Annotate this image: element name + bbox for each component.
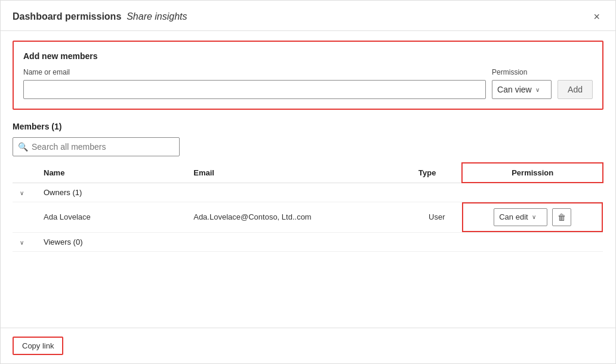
- dialog-footer: Copy link: [1, 328, 615, 363]
- permission-dropdown[interactable]: Can view ∨: [492, 80, 552, 99]
- col-name-header: Name: [36, 163, 186, 183]
- chevron-down-icon: ∨: [532, 214, 536, 220]
- table-row: Ada Lovelace Ada.Lovelace@Contoso, Ltd..…: [13, 202, 603, 232]
- dialog-body: Add new members Name or email Permission…: [1, 31, 615, 328]
- permission-edit-value: Can edit: [499, 212, 528, 221]
- member-permission-cell: Can edit ∨ 🗑: [462, 202, 603, 232]
- name-email-input[interactable]: [23, 80, 486, 99]
- dialog-title: Dashboard permissions Share insights: [13, 11, 187, 22]
- group-row-owners: ∨ Owners (1): [13, 183, 603, 202]
- close-button[interactable]: ×: [590, 10, 603, 23]
- col-expand: [13, 163, 36, 183]
- permission-label: Permission: [492, 68, 552, 76]
- dialog-subtitle: Share insights: [127, 11, 187, 21]
- col-type-header: Type: [411, 163, 462, 183]
- search-box[interactable]: 🔍: [13, 137, 180, 156]
- group-permission-viewers: [462, 232, 603, 251]
- expand-cell-owners[interactable]: ∨: [13, 183, 36, 202]
- add-button[interactable]: Add: [558, 80, 593, 99]
- group-permission-owners: [462, 183, 603, 202]
- copy-link-button[interactable]: Copy link: [13, 337, 63, 355]
- col-email-header: Email: [186, 163, 411, 183]
- permission-field-group: Permission Can view ∨: [492, 68, 552, 99]
- permission-edit-dropdown[interactable]: Can edit ∨: [494, 208, 547, 226]
- name-email-label: Name or email: [23, 68, 486, 76]
- search-icon: 🔍: [18, 142, 28, 152]
- group-label-viewers: Viewers (0): [36, 232, 462, 251]
- members-section: Members (1) 🔍 Name Email Type Permission: [13, 122, 603, 252]
- col-permission-header: Permission: [462, 163, 603, 183]
- add-members-title: Add new members: [23, 51, 593, 61]
- expand-icon-viewers: ∨: [20, 239, 24, 246]
- search-input[interactable]: [32, 142, 174, 152]
- members-title: Members (1): [13, 122, 603, 131]
- dialog-header: Dashboard permissions Share insights ×: [1, 1, 615, 31]
- permission-value: Can view: [497, 85, 532, 94]
- permission-cell: Can edit ∨ 🗑: [462, 202, 603, 232]
- member-name: Ada Lovelace: [36, 202, 186, 232]
- trash-icon: 🗑: [558, 212, 566, 222]
- group-row-viewers: ∨ Viewers (0): [13, 232, 603, 251]
- table-header-row: Name Email Type Permission: [13, 163, 603, 183]
- add-members-row: Name or email Permission Can view ∨ Add: [23, 68, 593, 99]
- member-type: User: [411, 202, 462, 232]
- dialog-title-text: Dashboard permissions: [13, 11, 121, 21]
- member-email: Ada.Lovelace@Contoso, Ltd..com: [186, 202, 411, 232]
- dialog: Dashboard permissions Share insights × A…: [0, 0, 616, 364]
- expand-cell-viewers[interactable]: ∨: [13, 232, 36, 251]
- expand-icon-owners: ∨: [20, 190, 24, 196]
- add-members-section: Add new members Name or email Permission…: [13, 41, 603, 110]
- group-label-owners: Owners (1): [36, 183, 462, 202]
- chevron-down-icon: ∨: [535, 87, 540, 93]
- member-indent: [13, 202, 36, 232]
- delete-member-button[interactable]: 🗑: [552, 208, 571, 226]
- members-table: Name Email Type Permission ∨ Owners (1): [13, 162, 603, 252]
- name-email-field-group: Name or email: [23, 68, 486, 99]
